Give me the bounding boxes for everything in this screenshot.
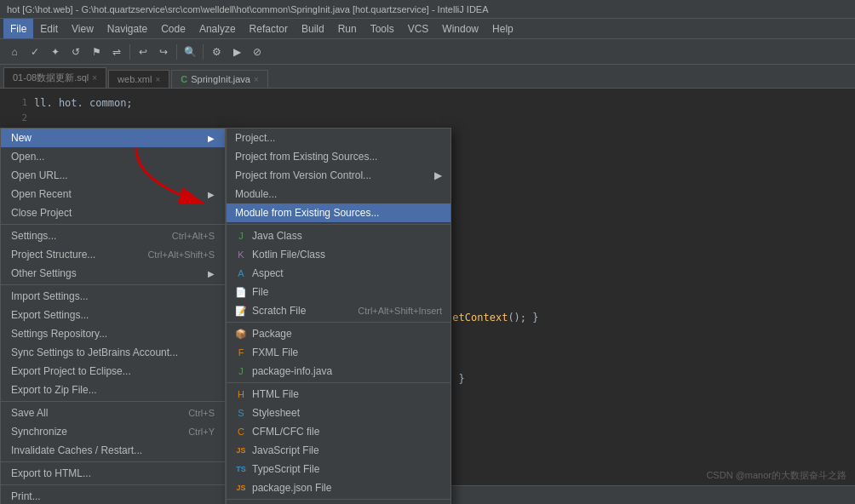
file-menu-open-url[interactable]: Open URL... [1, 166, 225, 185]
menu-refactor[interactable]: Refactor [243, 19, 295, 38]
new-submenu-cfml[interactable]: C CFML/CFC file [227, 422, 450, 441]
tab-webxml[interactable]: web.xml × [108, 70, 169, 88]
new-submenu[interactable]: Project... Project from Existing Sources… [226, 128, 451, 504]
tab-webxml-close[interactable]: × [155, 75, 160, 84]
file-menu-settings-repo[interactable]: Settings Repository... [1, 324, 225, 343]
file-menu-open-recent[interactable]: Open Recent ▶ [1, 185, 225, 203]
new-submenu-java-class[interactable]: J Java Class [227, 226, 450, 245]
file-menu-settings[interactable]: Settings... Ctrl+Alt+S [1, 226, 225, 245]
file-menu-print[interactable]: Print... [1, 487, 225, 504]
title-bar: hot [G:\hot.web] - G:\hot.quartzservice\… [0, 0, 855, 19]
new-submenu-typescript-label: TypeScript File [252, 463, 319, 475]
file-menu-export-html[interactable]: Export to HTML... [1, 464, 225, 483]
file-menu-sync-settings[interactable]: Sync Settings to JetBrains Account... [1, 343, 225, 362]
toolbar-btn-3[interactable]: ✦ [46, 43, 65, 61]
new-submenu-kotlin-file-label: Kotlin File/Class [252, 249, 325, 261]
menu-view[interactable]: View [65, 19, 100, 38]
new-submenu-project-vcs-arrow: ▶ [434, 169, 442, 181]
tab-springinit-close[interactable]: × [254, 75, 259, 84]
file-menu-export-zip-label: Export to Zip File... [11, 384, 97, 396]
new-submenu-html[interactable]: H HTML File [227, 385, 450, 404]
new-submenu-typescript[interactable]: TS TypeScript File [227, 460, 450, 478]
new-submenu-scratch-file-label: Scratch File [252, 305, 306, 317]
file-menu-dropdown[interactable]: New ▶ Open... Open URL... Open Recent ▶ … [0, 128, 226, 504]
toolbar-btn-5[interactable]: ⚑ [87, 43, 106, 61]
file-menu-new[interactable]: New ▶ [1, 129, 225, 147]
menu-window[interactable]: Window [435, 19, 485, 38]
new-submenu-module[interactable]: Module... [227, 185, 450, 203]
menu-vcs[interactable]: VCS [401, 19, 436, 38]
toolbar-btn-1[interactable]: ⌂ [5, 43, 24, 61]
new-submenu-aspect[interactable]: A Aspect [227, 264, 450, 283]
menu-edit[interactable]: Edit [33, 19, 65, 38]
file-menu-open[interactable]: Open... [1, 147, 225, 166]
toolbar-btn-12[interactable]: ⊘ [248, 43, 267, 61]
file-menu-new-arrow: ▶ [208, 134, 215, 143]
file-menu-settings-label: Settings... [11, 230, 56, 242]
file-menu-export-settings[interactable]: Export Settings... [1, 306, 225, 324]
tab-springinit-icon: C [181, 74, 187, 84]
new-submenu-scratch-file[interactable]: 📝 Scratch File Ctrl+Alt+Shift+Insert [227, 301, 450, 320]
kotlin-file-icon: K [235, 249, 247, 261]
new-submenu-package[interactable]: 📦 Package [227, 324, 450, 343]
new-submenu-fxml[interactable]: F FXML File [227, 343, 450, 362]
new-submenu-project-existing[interactable]: Project from Existing Sources... [227, 147, 450, 166]
menu-help[interactable]: Help [485, 19, 520, 38]
toolbar-btn-8[interactable]: ↪ [154, 43, 173, 61]
toolbar-btn-10[interactable]: ⚙ [207, 43, 226, 61]
new-submenu-project-vcs[interactable]: Project from Version Control... ▶ [227, 166, 450, 185]
scratch-file-icon: 📝 [235, 305, 247, 317]
new-submenu-project[interactable]: Project... [227, 129, 450, 147]
file-menu-new-label: New [11, 132, 32, 144]
file-menu-sync-settings-label: Sync Settings to JetBrains Account... [11, 346, 178, 358]
new-submenu-kotlin-file[interactable]: K Kotlin File/Class [227, 245, 450, 264]
menu-code[interactable]: Code [154, 19, 192, 38]
menu-build[interactable]: Build [295, 19, 331, 38]
cfml-icon: C [235, 426, 247, 438]
file-menu-project-structure[interactable]: Project Structure... Ctrl+Alt+Shift+S [1, 245, 225, 264]
menu-tools[interactable]: Tools [364, 19, 401, 38]
toolbar-sep-1 [129, 44, 130, 60]
file-menu-export-settings-label: Export Settings... [11, 309, 89, 321]
toolbar-btn-7[interactable]: ↩ [134, 43, 152, 61]
toolbar-btn-2[interactable]: ✓ [26, 43, 44, 61]
file-menu-save-all[interactable]: Save All Ctrl+S [1, 404, 225, 422]
new-submenu-stylesheet[interactable]: S Stylesheet [227, 404, 450, 422]
file-menu-export-eclipse[interactable]: Export Project to Eclipse... [1, 362, 225, 381]
file-menu-invalidate-caches[interactable]: Invalidate Caches / Restart... [1, 441, 225, 460]
tab-webxml-label: web.xml [118, 74, 152, 84]
file-menu-save-all-label: Save All [11, 407, 48, 419]
file-menu-close-project[interactable]: Close Project [1, 203, 225, 222]
tab-springinit[interactable]: C SpringInit.java × [171, 70, 268, 88]
menu-navigate[interactable]: Navigate [100, 19, 154, 38]
toolbar-btn-4[interactable]: ↺ [66, 43, 85, 61]
menu-analyze[interactable]: Analyze [192, 19, 243, 38]
new-submenu-package-info-label: package-info.java [252, 365, 332, 377]
new-submenu-package-info[interactable]: J package-info.java [227, 362, 450, 381]
file-menu-other-settings[interactable]: Other Settings ▶ [1, 264, 225, 283]
file-menu-synchronize[interactable]: Synchronize Ctrl+Y [1, 422, 225, 441]
menu-bar: File Edit View Navigate Code Analyze Ref… [0, 19, 855, 39]
new-submenu-javascript[interactable]: JS JavaScript File [227, 441, 450, 460]
new-submenu-file[interactable]: 📄 File [227, 283, 450, 301]
tab-sql-close[interactable]: × [92, 73, 97, 83]
menu-file[interactable]: File [3, 19, 33, 38]
file-menu-import-settings[interactable]: Import Settings... [1, 287, 225, 306]
new-submenu-file-label: File [252, 286, 268, 298]
file-menu-export-zip[interactable]: Export to Zip File... [1, 381, 225, 399]
toolbar-btn-9[interactable]: 🔍 [181, 43, 199, 61]
file-menu-sep-2 [1, 284, 225, 285]
menu-run[interactable]: Run [331, 19, 364, 38]
new-submenu-java-class-label: Java Class [252, 230, 302, 242]
file-menu-open-recent-arrow: ▶ [208, 190, 215, 199]
tab-sql[interactable]: 01-08数据更新.sql × [3, 67, 106, 88]
toolbar-btn-11[interactable]: ▶ [227, 43, 246, 61]
main-area: 1ll. hot. common; 2 3 4gInit implements … [0, 89, 855, 504]
new-submenu-package-label: Package [252, 328, 292, 340]
new-submenu-sep-4 [227, 499, 450, 500]
new-submenu-package-json[interactable]: JS package.json File [227, 478, 450, 497]
typescript-icon: TS [235, 463, 247, 475]
new-submenu-module-existing[interactable]: Module from Existing Sources... [227, 203, 450, 222]
toolbar-btn-6[interactable]: ⇌ [107, 43, 126, 61]
new-submenu-html-label: HTML File [252, 388, 299, 400]
